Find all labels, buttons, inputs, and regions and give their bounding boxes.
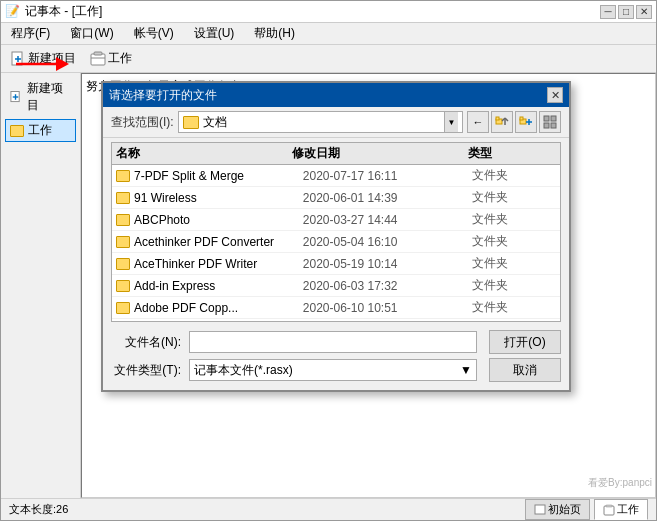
filetype-value: 记事本文件(*.rasx): [194, 362, 293, 379]
list-item[interactable]: Add-in Express2020-06-03 17:32文件夹: [112, 275, 560, 297]
folder-icon: [116, 258, 130, 270]
file-name: 7-PDF Split & Merge: [134, 169, 303, 183]
location-label: 查找范围(I):: [111, 114, 174, 131]
col-name[interactable]: 名称: [116, 145, 292, 162]
list-item[interactable]: 91 Wireless2020-06-01 14:39文件夹: [112, 187, 560, 209]
svg-rect-21: [544, 116, 549, 121]
file-type: 文件夹: [472, 277, 556, 294]
folder-icon: [116, 192, 130, 204]
filename-input[interactable]: [189, 331, 477, 353]
list-item[interactable]: 7-PDF Split & Merge2020-07-17 16:11文件夹: [112, 165, 560, 187]
file-rows-container: 7-PDF Split & Merge2020-07-17 16:11文件夹91…: [112, 165, 560, 319]
file-name: Adobe PDF Copp...: [134, 301, 303, 315]
filename-label: 文件名(N):: [111, 334, 181, 351]
cancel-button[interactable]: 取消: [489, 358, 561, 382]
col-type[interactable]: 类型: [468, 145, 556, 162]
folder-icon: [116, 170, 130, 182]
dialog-title-bar: 请选择要打开的文件 ✕: [103, 83, 569, 107]
col-date[interactable]: 修改日期: [292, 145, 468, 162]
file-name: AceThinker PDF Writer: [134, 257, 303, 271]
dialog-bottom: 文件名(N): 打开(O) 文件类型(T): 记事本文件(*.rasx) ▼ 取…: [111, 326, 561, 386]
svg-rect-23: [544, 123, 549, 128]
file-type: 文件夹: [472, 299, 556, 316]
list-item[interactable]: Adobe PDF Copp...2020-06-10 10:51文件夹: [112, 297, 560, 319]
file-date: 2020-06-01 14:39: [303, 191, 472, 205]
list-item[interactable]: ABCPhoto2020-03-27 14:44文件夹: [112, 209, 560, 231]
dialog-overlay: 请选择要打开的文件 ✕ 查找范围(I): 文档 ▼ ←: [1, 1, 656, 520]
dialog-toolbar: 查找范围(I): 文档 ▼ ←: [103, 107, 569, 138]
filename-row: 文件名(N): 打开(O): [111, 330, 561, 354]
file-type: 文件夹: [472, 167, 556, 184]
file-name: Acethinker PDF Converter: [134, 235, 303, 249]
folder-icon: [116, 302, 130, 314]
list-item[interactable]: Acethinker PDF Converter2020-05-04 16:10…: [112, 231, 560, 253]
filetype-label: 文件类型(T):: [111, 362, 181, 379]
folder-icon: [116, 214, 130, 226]
nav-view-button[interactable]: [539, 111, 561, 133]
folder-icon: [116, 236, 130, 248]
list-item[interactable]: AceThinker PDF Writer2020-05-19 10:14文件夹: [112, 253, 560, 275]
location-text: 文档: [203, 114, 440, 131]
dialog-close-button[interactable]: ✕: [547, 87, 563, 103]
file-type: 文件夹: [472, 189, 556, 206]
file-date: 2020-05-19 10:14: [303, 257, 472, 271]
location-folder-icon: [183, 116, 199, 129]
svg-rect-18: [520, 117, 523, 120]
filetype-arrow: ▼: [460, 363, 472, 377]
nav-up-button[interactable]: [491, 111, 513, 133]
svg-rect-24: [551, 123, 556, 128]
file-type: 文件夹: [472, 211, 556, 228]
file-name: 91 Wireless: [134, 191, 303, 205]
file-date: 2020-05-04 16:10: [303, 235, 472, 249]
file-type: 文件夹: [472, 233, 556, 250]
main-window: 📝 记事本 - [工作] ─ □ ✕ 程序(F) 窗口(W) 帐号(V) 设置(…: [0, 0, 657, 521]
svg-rect-22: [551, 116, 556, 121]
nav-back-button[interactable]: ←: [467, 111, 489, 133]
dialog-title: 请选择要打开的文件: [109, 87, 217, 104]
file-open-dialog: 请选择要打开的文件 ✕ 查找范围(I): 文档 ▼ ←: [101, 81, 571, 392]
file-list-header: 名称 修改日期 类型: [112, 143, 560, 165]
file-date: 2020-07-17 16:11: [303, 169, 472, 183]
dialog-content: 名称 修改日期 类型 7-PDF Split & Merge2020-07-17…: [103, 138, 569, 390]
file-date: 2020-03-27 14:44: [303, 213, 472, 227]
file-name: Add-in Express: [134, 279, 303, 293]
svg-rect-13: [496, 117, 499, 120]
file-date: 2020-06-03 17:32: [303, 279, 472, 293]
file-list[interactable]: 名称 修改日期 类型 7-PDF Split & Merge2020-07-17…: [111, 142, 561, 322]
filetype-row: 文件类型(T): 记事本文件(*.rasx) ▼ 取消: [111, 358, 561, 382]
file-date: 2020-06-10 10:51: [303, 301, 472, 315]
nav-create-folder-button[interactable]: [515, 111, 537, 133]
folder-icon: [116, 280, 130, 292]
open-button[interactable]: 打开(O): [489, 330, 561, 354]
location-combo-arrow[interactable]: ▼: [444, 112, 458, 132]
nav-buttons: ←: [467, 111, 561, 133]
filetype-combo[interactable]: 记事本文件(*.rasx) ▼: [189, 359, 477, 381]
location-combo[interactable]: 文档 ▼: [178, 111, 463, 133]
file-name: ABCPhoto: [134, 213, 303, 227]
file-type: 文件夹: [472, 255, 556, 272]
